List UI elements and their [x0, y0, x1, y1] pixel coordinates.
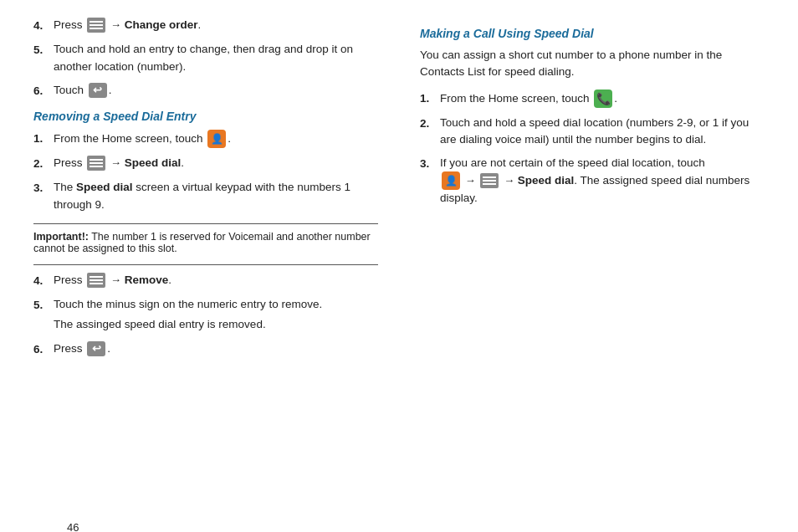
list-content: From the Home screen, touch 📞.	[440, 90, 765, 108]
bold-label: Speed dial	[518, 174, 575, 187]
item-text: Touch and hold an entry to change, then …	[54, 43, 353, 72]
mid-list: 1. From the Home screen, touch 👤. 2. Pre…	[33, 130, 378, 213]
arrow-icon: →	[465, 174, 479, 187]
section-title-removing: Removing a Speed Dial Entry	[33, 110, 378, 123]
list-item: 5. Touch the minus sign on the numeric e…	[33, 296, 378, 334]
list-item: 6. Press ↩.	[33, 340, 378, 358]
menu-icon	[480, 173, 499, 188]
item-line2: The assinged speed dial entry is removed…	[54, 316, 378, 333]
page-number: 46	[67, 521, 79, 532]
bold-label: Speed dial	[76, 181, 133, 193]
list-content: Touch and hold an entry to change, then …	[54, 41, 378, 75]
list-number: 2.	[33, 155, 54, 172]
list-number: 5.	[33, 41, 54, 59]
list-item: 3. If you are not certain of the speed d…	[420, 155, 765, 207]
list-content: Press → Remove.	[54, 272, 378, 289]
list-item: 2. Touch and hold a speed dial location …	[420, 115, 765, 149]
item-text-before: The	[54, 181, 76, 193]
divider-top	[33, 223, 378, 224]
list-number: 1.	[33, 130, 54, 147]
menu-icon	[87, 18, 105, 33]
list-item: 5. Touch and hold an entry to change, th…	[33, 41, 378, 75]
list-item: 3. The Speed dial screen a virtual keypa…	[33, 179, 378, 213]
bold-label: Remove	[125, 274, 169, 286]
right-list: 1. From the Home screen, touch 📞. 2. Tou…	[420, 90, 765, 207]
left-column: 4. Press → Change order. 5. Touch and ho…	[33, 17, 386, 365]
item-text: From the Home screen, touch	[54, 132, 203, 145]
punctuation: .	[614, 91, 617, 104]
arrow-icon: →	[504, 174, 518, 187]
list-content: Touch ↩.	[54, 82, 378, 99]
list-content: From the Home screen, touch 👤.	[54, 130, 378, 148]
divider-bottom	[33, 264, 378, 265]
contacts-icon: 👤	[207, 130, 226, 148]
bold-label: Change order	[125, 18, 198, 31]
list-content: Touch the minus sign on the numeric entr…	[54, 296, 378, 334]
list-item: 1. From the Home screen, touch 👤.	[33, 130, 378, 148]
item-text: Press	[54, 156, 83, 169]
item-text: Touch	[54, 84, 84, 96]
arrow-icon: →	[110, 156, 125, 169]
important-note: Important!: The number 1 is reserved for…	[33, 231, 378, 254]
list-number: 4.	[33, 272, 54, 289]
list-number: 2.	[420, 115, 440, 132]
list-content: If you are not certain of the speed dial…	[440, 155, 765, 207]
page-layout: 4. Press → Change order. 5. Touch and ho…	[33, 17, 765, 365]
contacts-icon: 👤	[442, 171, 460, 190]
important-label: Important!:	[33, 231, 89, 243]
list-number: 5.	[33, 296, 54, 314]
punctuation: .	[109, 84, 112, 96]
arrow-icon: →	[110, 274, 125, 286]
punctuation: .	[228, 132, 231, 145]
item-text: From the Home screen, touch	[440, 91, 590, 104]
list-item: 6. Touch ↩.	[33, 82, 378, 100]
list-content: Press ↩.	[54, 340, 378, 357]
back-icon: ↩	[89, 83, 107, 98]
list-number: 4.	[33, 17, 54, 34]
right-column: Making a Call Using Speed Dial You can a…	[412, 17, 765, 365]
list-item: 4. Press → Remove.	[33, 272, 378, 289]
list-content: Touch and hold a speed dial location (nu…	[440, 115, 765, 149]
item-line1: Touch the minus sign on the numeric entr…	[54, 296, 378, 313]
back-icon: ↩	[87, 341, 105, 356]
arrow-icon: →	[110, 18, 125, 31]
menu-icon	[87, 273, 105, 288]
list-content: Press → Speed dial.	[54, 155, 378, 171]
bold-label: Speed dial	[125, 156, 182, 169]
list-number: 3.	[420, 155, 440, 172]
punctuation: .	[168, 274, 171, 286]
item-text: Touch and hold a speed dial location (nu…	[440, 116, 749, 146]
list-number: 6.	[33, 340, 54, 358]
item-text: Press	[54, 342, 83, 355]
list-item: 1. From the Home screen, touch 📞.	[420, 90, 765, 108]
list-number: 3.	[33, 179, 54, 197]
list-number: 6.	[33, 82, 54, 100]
item-text: Press	[54, 274, 83, 286]
punctuation: .	[107, 342, 110, 355]
menu-icon	[87, 156, 105, 171]
list-content: The Speed dial screen a virtual keypad w…	[54, 179, 378, 213]
intro-text: You can assign a short cut number to a p…	[420, 47, 765, 81]
list-item: 4. Press → Change order.	[33, 17, 378, 34]
punctuation: .	[181, 156, 184, 169]
item-text: Press	[54, 18, 83, 31]
list-item: 2. Press → Speed dial.	[33, 155, 378, 172]
bottom-list: 4. Press → Remove. 5. Touch the minus si…	[33, 272, 378, 358]
phone-icon: 📞	[594, 90, 612, 108]
punctuation: .	[197, 18, 201, 31]
section-title-making: Making a Call Using Speed Dial	[420, 27, 765, 40]
item-text1: If you are not certain of the speed dial…	[440, 156, 705, 169]
list-number: 1.	[420, 90, 440, 107]
top-list: 4. Press → Change order. 5. Touch and ho…	[33, 17, 378, 100]
page-wrapper: 4. Press → Change order. 5. Touch and ho…	[33, 17, 765, 532]
list-content: Press → Change order.	[54, 17, 378, 33]
